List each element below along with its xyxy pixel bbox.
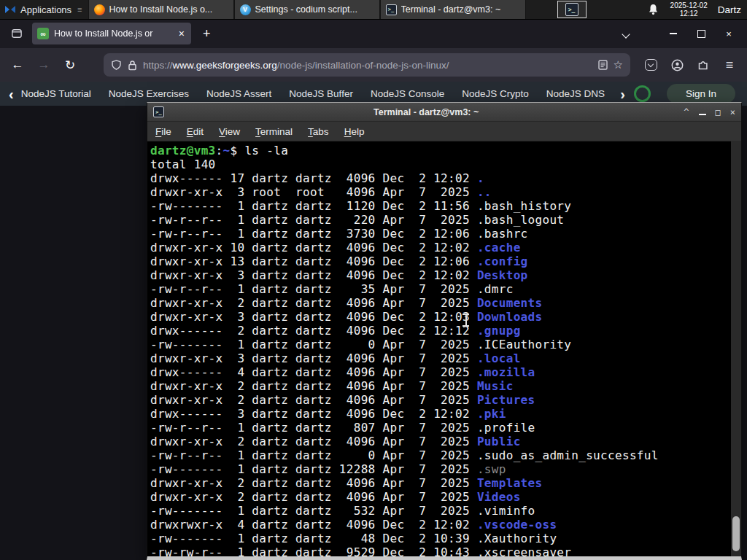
terminal-line: drwx------ 17 dartz dartz 4096 Dec 2 12:… — [150, 171, 729, 185]
panel-grip-icon: ≡ — [77, 5, 82, 14]
menu-help[interactable]: Help — [344, 126, 365, 137]
chevron-down-icon — [622, 30, 630, 38]
terminal-line: drwxr-xr-x 3 root root 4096 Apr 7 2025 .… — [150, 185, 729, 199]
clock-time: 12:12 — [680, 9, 698, 18]
panel-user-label[interactable]: Dartz — [718, 0, 741, 19]
taskbar-window-firefox[interactable]: How to Install Node.js o... — [88, 0, 234, 19]
terminal-line: drwxr-xr-x 10 dartz dartz 4096 Dec 2 12:… — [150, 241, 729, 254]
window-minimize-button[interactable] — [662, 24, 684, 43]
account-icon[interactable] — [665, 54, 689, 76]
taskbar: How to Install Node.js o... V Settings -… — [88, 0, 526, 19]
forward-button[interactable]: → — [32, 54, 55, 76]
terminal-shade-button[interactable]: ^ — [684, 107, 689, 117]
vscodium-icon: V — [240, 4, 251, 15]
terminal-icon: >_ — [153, 106, 164, 117]
geeksforgeeks-favicon: ∞ — [37, 28, 49, 39]
terminal-minimize-button[interactable] — [699, 107, 706, 117]
terminal-line: drwxr-xr-x 2 dartz dartz 4096 Apr 7 2025… — [150, 435, 729, 448]
terminal-line: drwxr-xr-x 3 dartz dartz 4096 Dec 2 12:0… — [150, 310, 729, 324]
menu-edit[interactable]: Edit — [187, 126, 204, 137]
new-tab-button[interactable]: + — [198, 26, 215, 42]
tab-close-icon[interactable]: × — [177, 28, 186, 39]
terminal-maximize-button[interactable]: □ — [716, 107, 721, 117]
browser-toolbar: ← → ↻ https://www.geeksforgeeks.org/node… — [0, 48, 747, 82]
terminal-scrollbar[interactable] — [731, 141, 741, 556]
taskbar-window-terminal[interactable]: >_ Terminal - dartz@vm3: ~ — [380, 0, 526, 19]
terminal-line: drwx------ 2 dartz dartz 4096 Dec 2 12:1… — [150, 324, 729, 338]
tab-title: How to Install Node.js or — [54, 28, 172, 39]
back-button[interactable]: ← — [6, 54, 29, 76]
nav-link[interactable]: NodeJS DNS — [546, 88, 605, 99]
window-maximize-button[interactable] — [690, 24, 712, 43]
url-path: /node-js/installation-of-node-js-on-linu… — [277, 60, 449, 71]
menu-button[interactable]: ≡ — [718, 54, 741, 76]
firefox-icon — [94, 4, 105, 15]
taskbar-window-vscodium[interactable]: V Settings - codium script... — [234, 0, 380, 19]
menu-tabs[interactable]: Tabs — [308, 126, 329, 137]
terminal-line: drwxr-xr-x 3 dartz dartz 4096 Apr 7 2025… — [150, 351, 729, 365]
taskbar-window-label: Settings - codium script... — [255, 4, 374, 15]
terminal-line: -rw-r--r-- 1 dartz dartz 807 Apr 7 2025 … — [150, 421, 729, 435]
nav-link[interactable]: NodeJS Assert — [206, 88, 271, 99]
terminal-window-controls: ^ □ × — [684, 107, 735, 117]
maximize-icon — [697, 30, 705, 38]
panel-clock[interactable]: 2025-12-02 12:12 — [670, 0, 708, 19]
reload-button[interactable]: ↻ — [58, 54, 82, 76]
clock-date: 2025-12-02 — [670, 1, 708, 9]
terminal-line: drwxr-xr-x 2 dartz dartz 4096 Apr 7 2025… — [150, 476, 729, 490]
pocket-icon[interactable] — [639, 54, 662, 76]
applications-menu[interactable]: Applications ≡ — [0, 0, 87, 19]
terminal-line: drwxr-xr-x 13 dartz dartz 4096 Dec 2 12:… — [150, 254, 729, 268]
url-text[interactable]: https://www.geeksforgeeks.org/node-js/in… — [143, 60, 592, 71]
top-panel: Applications ≡ How to Install Node.js o.… — [0, 0, 747, 20]
applications-menu-icon — [4, 4, 16, 15]
nav-link[interactable]: NodeJS Exercises — [109, 88, 189, 99]
terminal-icon: >_ — [386, 4, 397, 15]
url-bar[interactable]: https://www.geeksforgeeks.org/node-js/in… — [104, 53, 630, 77]
minimize-icon — [670, 33, 677, 34]
reader-view-icon[interactable] — [598, 60, 608, 70]
menu-terminal[interactable]: Terminal — [255, 126, 293, 137]
terminal-line: drwx------ 3 dartz dartz 4096 Dec 2 12:0… — [150, 407, 729, 421]
lock-icon[interactable] — [128, 60, 137, 71]
terminal-titlebar[interactable]: >_ Terminal - dartz@vm3: ~ ^ □ × — [147, 103, 741, 122]
nav-link[interactable]: NodeJS Crypto — [462, 88, 529, 99]
nav-link[interactable]: NodeJS Buffer — [289, 88, 353, 99]
notification-bell-icon — [648, 4, 659, 15]
terminal-line: -rw------- 1 dartz dartz 1120 Dec 2 11:5… — [150, 199, 729, 213]
search-icon[interactable] — [634, 85, 651, 102]
nav-link[interactable]: NodeJS Tutorial — [21, 88, 91, 99]
scrollbar-thumb[interactable] — [732, 516, 740, 551]
bookmark-star-icon[interactable]: ☆ — [614, 58, 623, 71]
window-close-button[interactable]: × — [718, 24, 740, 43]
terminal-title: Terminal - dartz@vm3: ~ — [169, 107, 684, 117]
tray-terminal-icon[interactable]: >_ — [557, 1, 587, 18]
terminal-line: drwxr-xr-x 2 dartz dartz 4096 Apr 7 2025… — [150, 379, 729, 393]
extensions-icon[interactable] — [692, 54, 715, 76]
terminal-line: drwxr-xr-x 2 dartz dartz 4096 Apr 7 2025… — [150, 296, 729, 310]
url-domain: www.geeksforgeeks.org — [173, 60, 277, 71]
site-nav: NodeJS TutorialNodeJS ExercisesNodeJS As… — [21, 88, 619, 99]
firefox-view-button[interactable] — [7, 24, 26, 43]
nav-link[interactable]: NodeJS Console — [371, 88, 444, 99]
nav-scroll-left-icon[interactable]: ‹ — [9, 87, 14, 101]
terminal-line: -rw------- 1 dartz dartz 48 Dec 2 10:39 … — [150, 532, 729, 545]
minimize-icon — [699, 114, 706, 115]
terminal-window: >_ Terminal - dartz@vm3: ~ ^ □ × FileEdi… — [147, 102, 742, 560]
terminal-close-button[interactable]: × — [730, 107, 735, 117]
nav-scroll-right-icon[interactable]: › — [620, 87, 625, 101]
browser-tab[interactable]: ∞ How to Install Node.js or × — [32, 23, 191, 44]
terminal-line: -rw------- 1 dartz dartz 12288 Apr 7 202… — [150, 462, 729, 476]
terminal-output[interactable]: dartz@vm3:~$ ls -latotal 140drwx------ 1… — [147, 141, 741, 556]
notification-bell[interactable] — [648, 0, 659, 19]
tab-overflow-button[interactable] — [619, 28, 633, 40]
tracking-protection-shield-icon[interactable] — [111, 59, 122, 71]
terminal-menubar: FileEditViewTerminalTabsHelp — [147, 122, 741, 141]
menu-view[interactable]: View — [219, 126, 240, 137]
menu-file[interactable]: File — [155, 126, 171, 137]
terminal-line: -rw-r--r-- 1 dartz dartz 35 Apr 7 2025 .… — [150, 282, 729, 296]
firefox-view-icon — [12, 28, 22, 39]
sign-in-button[interactable]: Sign In — [667, 84, 735, 104]
panel-spacer — [526, 0, 557, 19]
taskbar-window-label: Terminal - dartz@vm3: ~ — [401, 4, 520, 15]
